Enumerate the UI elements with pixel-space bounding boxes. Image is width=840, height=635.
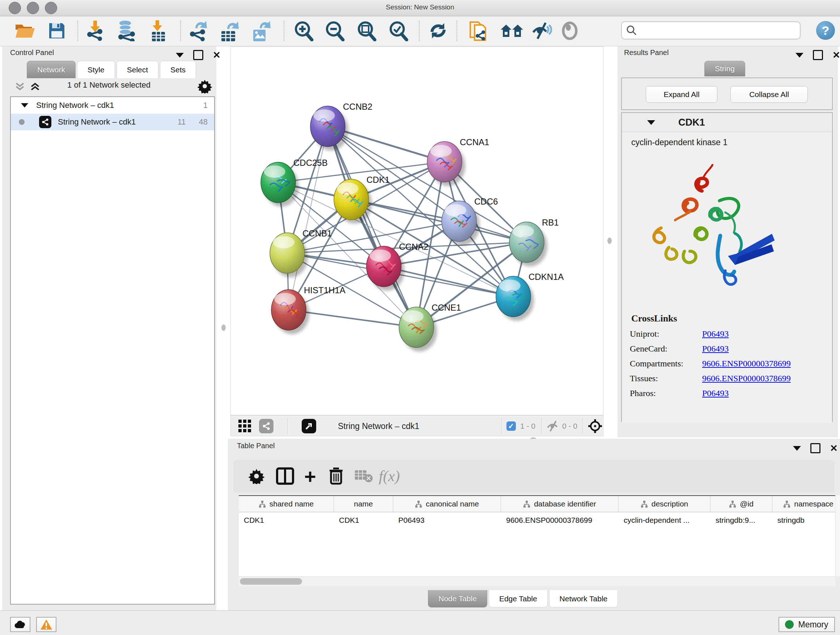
- hide-graphics-details-icon[interactable]: [531, 19, 552, 42]
- panel-close-icon[interactable]: ✕: [830, 444, 838, 452]
- column-header-name[interactable]: name: [334, 496, 393, 512]
- hidden-eye-icon[interactable]: [546, 418, 559, 434]
- node-HIST1H1A[interactable]: [271, 290, 306, 330]
- crosslink-link[interactable]: 9606.ENSP00000378699: [702, 374, 791, 383]
- zoom-selected-icon[interactable]: [388, 19, 409, 42]
- panel-float-icon[interactable]: [813, 50, 823, 60]
- grid-view-icon[interactable]: [238, 418, 252, 434]
- node-CDK1[interactable]: [334, 179, 369, 220]
- crosslink-link[interactable]: P06493: [702, 344, 729, 354]
- tab-network-table[interactable]: Network Table: [549, 590, 618, 608]
- table-options-gear-icon[interactable]: [248, 466, 264, 486]
- edge-CCNB2-HIST1H1A[interactable]: [289, 126, 328, 310]
- column-type-icon: [783, 500, 790, 508]
- node-CDKN1A[interactable]: [496, 276, 531, 317]
- column-header-database-identifier[interactable]: database identifier: [501, 496, 619, 512]
- network-canvas[interactable]: CCNB2CCNA1CDC25BCDK1CDC6RB1CCNB1CCNA2CDK…: [231, 47, 603, 415]
- entry-collapse-icon[interactable]: [647, 120, 655, 125]
- node-CDC6[interactable]: [442, 201, 477, 241]
- search-input[interactable]: [637, 26, 790, 35]
- node-RB1[interactable]: [509, 222, 544, 263]
- crosslink-link[interactable]: P06493: [702, 388, 729, 398]
- zoom-fit-icon[interactable]: [357, 19, 377, 42]
- create-column-plus-icon[interactable]: +: [304, 466, 316, 486]
- show-columns-icon[interactable]: [276, 466, 294, 486]
- help-icon[interactable]: ?: [816, 21, 835, 40]
- panel-close-icon[interactable]: ✕: [832, 51, 840, 59]
- table-horizontal-scrollbar[interactable]: [239, 576, 835, 586]
- open-session-icon[interactable]: [14, 19, 35, 42]
- results-buttons-box: Expand All Collapse All: [621, 78, 833, 110]
- zoom-out-icon[interactable]: [325, 19, 345, 42]
- tab-string[interactable]: String: [704, 61, 745, 76]
- tab-sets[interactable]: Sets: [160, 61, 196, 78]
- show-graphics-details-icon[interactable]: [560, 19, 579, 42]
- tab-select[interactable]: Select: [117, 61, 158, 78]
- table-vertical-scrollbar[interactable]: [835, 495, 840, 576]
- collection-expand-icon[interactable]: [21, 103, 28, 108]
- crosslink-link[interactable]: P06493: [702, 329, 729, 339]
- import-network-file-icon[interactable]: [85, 19, 104, 42]
- selected-checkbox-icon[interactable]: ✓: [507, 418, 516, 434]
- crosslink-link[interactable]: 9606.ENSP00000378699: [702, 359, 791, 369]
- expand-all-button[interactable]: Expand All: [646, 86, 717, 103]
- string-view-icon[interactable]: [259, 418, 273, 434]
- panel-close-icon[interactable]: ✕: [213, 51, 221, 59]
- save-session-icon[interactable]: [48, 19, 66, 42]
- scrollbar-thumb[interactable]: [240, 578, 302, 585]
- apply-layout-icon[interactable]: [428, 19, 448, 42]
- network-view[interactable]: CCNB2CCNA1CDC25BCDK1CDC6RB1CCNB1CCNA2CDK…: [231, 46, 603, 415]
- column-header-canonical-name[interactable]: canonical name: [393, 496, 501, 512]
- column-header-namespace[interactable]: namespace: [772, 496, 835, 512]
- tab-style[interactable]: Style: [77, 61, 115, 78]
- function-builder-icon[interactable]: f(x): [379, 466, 400, 486]
- show-overview-houses-icon[interactable]: [500, 19, 524, 42]
- import-network-database-icon[interactable]: [115, 19, 137, 42]
- panel-float-icon[interactable]: [810, 443, 821, 453]
- footer-separator: [287, 418, 287, 434]
- tab-network[interactable]: Network: [27, 61, 76, 78]
- node-CCNA1[interactable]: [427, 141, 462, 182]
- node-CCNE1[interactable]: [399, 307, 434, 348]
- crosshair-icon[interactable]: [587, 418, 603, 434]
- vertical-splitter-handle[interactable]: [607, 238, 612, 244]
- edge-CCNB2-CCNE1[interactable]: [328, 126, 416, 327]
- collapse-all-button[interactable]: Collapse All: [730, 86, 808, 103]
- panel-menu-icon[interactable]: [796, 53, 804, 57]
- column-header-shared-name[interactable]: shared name: [239, 496, 334, 512]
- node-CCNB1[interactable]: [270, 233, 305, 273]
- node-table[interactable]: shared namenamecanonical namedatabase id…: [239, 495, 835, 577]
- warnings-button[interactable]: [36, 617, 57, 632]
- open-in-window-icon[interactable]: [302, 418, 316, 434]
- tab-node-table[interactable]: Node Table: [428, 590, 487, 608]
- clone-network-icon[interactable]: [469, 19, 489, 42]
- panel-float-icon[interactable]: [193, 50, 203, 60]
- column-header--id[interactable]: @id: [711, 496, 772, 512]
- collapse-all-networks-icon[interactable]: [14, 81, 25, 92]
- delete-column-trash-icon[interactable]: [328, 466, 344, 486]
- search-box[interactable]: [621, 21, 801, 40]
- memory-button[interactable]: Memory: [778, 617, 835, 632]
- expand-all-networks-icon[interactable]: [30, 81, 41, 92]
- network-collection-row[interactable]: String Network – cdk1 1: [11, 97, 214, 114]
- node-CDC25B[interactable]: [261, 162, 295, 203]
- export-image-icon[interactable]: [251, 19, 271, 42]
- table-row[interactable]: CDK1CDK1P064939606.ENSP00000378699cyclin…: [239, 512, 835, 528]
- network-row[interactable]: String Network – cdk1 11 48: [11, 114, 214, 130]
- node-CCNA2[interactable]: [366, 246, 401, 287]
- delete-table-icon[interactable]: [354, 466, 373, 486]
- column-header-description[interactable]: description: [619, 496, 711, 512]
- export-network-icon[interactable]: [188, 19, 208, 42]
- tab-edge-table[interactable]: Edge Table: [489, 590, 548, 608]
- panel-menu-icon[interactable]: [793, 446, 801, 451]
- node-CCNB2[interactable]: [310, 106, 345, 147]
- import-table-file-icon[interactable]: [149, 19, 167, 42]
- panel-menu-icon[interactable]: [176, 53, 184, 57]
- cloud-button[interactable]: [10, 617, 30, 632]
- vertical-splitter-handle[interactable]: [221, 325, 226, 331]
- export-table-icon[interactable]: [219, 19, 240, 42]
- zoom-in-icon[interactable]: [294, 19, 314, 42]
- network-panel-options-gear-icon[interactable]: [197, 79, 212, 93]
- crosslinks-heading: CrossLinks: [631, 313, 832, 324]
- cdk1-entry-header[interactable]: CDK1: [622, 113, 832, 132]
